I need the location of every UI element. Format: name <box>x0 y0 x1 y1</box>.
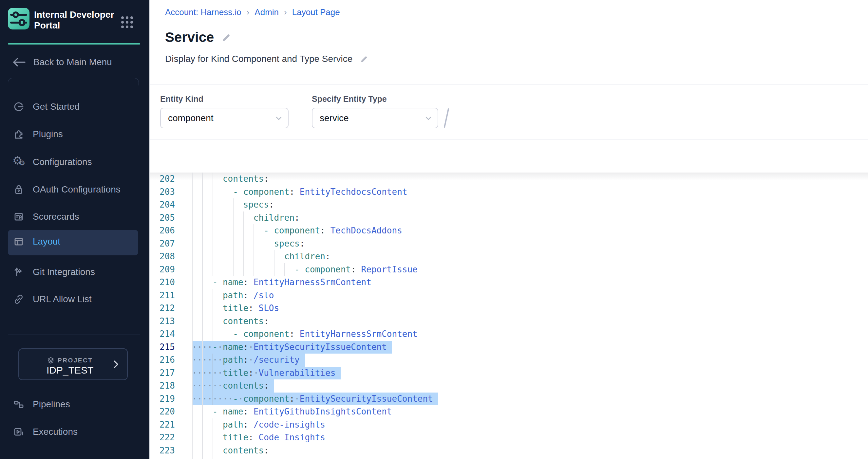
line-number[interactable]: 209 <box>151 263 175 276</box>
back-arrow-icon <box>12 58 26 67</box>
code-line[interactable]: 214 - component: EntityHarnessSrmContent <box>150 328 868 341</box>
line-number[interactable]: 204 <box>151 198 175 211</box>
sidebar-item-label: Layout <box>33 236 60 247</box>
page-title: Service <box>165 29 214 45</box>
entity-kind-select[interactable]: component <box>160 108 288 128</box>
code-line[interactable]: 223 contents: <box>150 444 868 457</box>
entity-type-value: service <box>320 113 349 124</box>
sidebar-item-executions[interactable]: Executions <box>13 425 78 438</box>
line-number[interactable]: 217 <box>151 367 175 380</box>
get-started-icon <box>13 101 24 112</box>
code-line-text: ····-·name:·EntitySecurityIssueContent <box>192 341 387 354</box>
project-name: IDP_TEST <box>46 365 93 376</box>
line-number[interactable]: 221 <box>151 418 175 431</box>
code-line-text: - component: ReportIssue <box>192 263 417 276</box>
line-number[interactable]: 210 <box>151 276 175 289</box>
sidebar-item-label: Executions <box>33 427 78 437</box>
sidebar-item-git-integrations[interactable]: Git Integrations <box>13 265 95 278</box>
code-line[interactable]: 209 - component: ReportIssue <box>150 263 868 276</box>
section-divider <box>150 84 868 85</box>
page-subtitle: Display for Kind Component and Type Serv… <box>165 54 352 64</box>
code-line[interactable]: 204 specs: <box>150 198 868 211</box>
yaml-code-editor[interactable]: 202 contents:203 - component: EntityTech… <box>150 0 868 459</box>
line-number[interactable]: 208 <box>151 250 175 263</box>
line-number[interactable]: 212 <box>151 302 175 315</box>
edit-title-pencil-icon[interactable] <box>221 33 230 42</box>
breadcrumb-admin-link[interactable]: Admin <box>254 7 279 18</box>
line-number[interactable]: 216 <box>151 354 175 367</box>
code-line[interactable]: 224 - component: EntityGithubInsightsCon… <box>150 457 868 459</box>
sidebar-item-scorecards[interactable]: Scorecards <box>13 210 79 223</box>
code-line-text: contents: <box>192 172 269 186</box>
sidebar-item-layout[interactable]: Layout <box>8 230 138 255</box>
app-title: Internal Developer Portal <box>34 9 114 31</box>
breadcrumb-layout-page-link[interactable]: Layout Page <box>292 7 340 18</box>
code-line[interactable]: 206 - component: TechDocsAddons <box>150 224 868 237</box>
code-line[interactable]: 215····-·name:·EntitySecurityIssueConten… <box>150 341 868 354</box>
breadcrumb-separator-icon: › <box>284 7 287 18</box>
line-number[interactable]: 207 <box>151 237 175 251</box>
code-line[interactable]: 211 path: /slo <box>150 289 868 302</box>
sidebar-item-pipelines[interactable]: Pipelines <box>13 398 70 411</box>
line-number[interactable]: 206 <box>151 224 175 237</box>
code-line[interactable]: 220 - name: EntityGithubInsightsContent <box>150 405 868 418</box>
code-line[interactable]: 219········-·component:·EntitySecurityIs… <box>150 393 868 406</box>
code-line-text: ······contents: <box>192 380 269 393</box>
section-divider <box>150 139 868 139</box>
sidebar-item-get-started[interactable]: Get Started <box>13 100 80 113</box>
line-number[interactable]: 222 <box>151 431 175 444</box>
edit-subtitle-pencil-icon[interactable] <box>360 55 368 63</box>
breadcrumb-account-link[interactable]: Account: Harness.io <box>165 7 241 18</box>
code-line[interactable]: 221 path: /code-insights <box>150 418 868 431</box>
line-number[interactable]: 218 <box>151 380 175 393</box>
line-number[interactable]: 205 <box>151 211 175 225</box>
project-selector[interactable]: PROJECT IDP_TEST <box>18 348 128 380</box>
entity-type-select[interactable]: service <box>312 108 438 128</box>
code-line[interactable]: 207 specs: <box>150 237 868 251</box>
code-line[interactable]: 210 - name: EntityHarnessSrmContent <box>150 276 868 289</box>
app-logo-icon[interactable] <box>8 8 29 29</box>
sidebar-item-label: OAuth Configurations <box>33 184 121 195</box>
line-number[interactable]: 211 <box>151 289 175 302</box>
breadcrumb-separator-icon: › <box>247 7 250 18</box>
code-line[interactable]: 205 children: <box>150 211 868 225</box>
line-number[interactable]: 202 <box>151 172 175 186</box>
code-line[interactable]: 213 contents: <box>150 315 868 328</box>
code-line[interactable]: 222 title: Code Insights <box>150 431 868 444</box>
chevron-down-icon <box>425 117 432 121</box>
code-line-text: specs: <box>192 198 274 211</box>
entity-kind-value: component <box>168 113 214 124</box>
sidebar-item-configurations[interactable]: ⚙⚙ Configurations <box>13 156 92 169</box>
chevron-down-icon <box>276 117 282 121</box>
sidebar-item-oauth-configurations[interactable]: OAuth Configurations <box>13 183 121 196</box>
code-line[interactable]: 216······path:·/security <box>150 354 868 367</box>
line-number[interactable]: 223 <box>151 444 175 457</box>
back-to-main-menu[interactable]: Back to Main Menu <box>12 55 112 69</box>
line-number[interactable]: 219 <box>151 393 175 406</box>
scorecards-icon <box>13 211 24 222</box>
code-line-text: ········-·component:·EntitySecurityIssue… <box>192 393 433 406</box>
sidebar-item-url-allow-list[interactable]: URL Allow List <box>13 293 91 306</box>
apps-grid-icon[interactable] <box>121 17 134 29</box>
line-number[interactable]: 203 <box>151 186 175 199</box>
line-number[interactable]: 213 <box>151 315 175 328</box>
sidebar-item-plugins[interactable]: Plugins <box>13 128 63 141</box>
code-line[interactable]: 208 children: <box>150 250 868 263</box>
kind-type-slash-separator <box>443 108 450 128</box>
code-line-text: - name: EntityGithubInsightsContent <box>192 405 392 418</box>
code-line[interactable]: 217······title:·Vulnerabilities <box>150 367 868 380</box>
line-number[interactable]: 215 <box>151 341 175 354</box>
code-line-text: ······path:·/security <box>192 354 300 367</box>
code-line[interactable]: 212 title: SLOs <box>150 302 868 315</box>
code-line[interactable]: 218······contents: <box>150 380 868 393</box>
line-number[interactable]: 214 <box>151 328 175 341</box>
line-number[interactable]: 224 <box>151 457 175 459</box>
code-line-text: - component: TechDocsAddons <box>192 224 402 237</box>
code-line[interactable]: 203 - component: EntityTechdocsContent <box>150 186 868 199</box>
chevron-right-icon <box>113 360 119 369</box>
line-number[interactable]: 220 <box>151 405 175 418</box>
code-line[interactable]: 202 contents: <box>150 172 868 186</box>
sidebar-item-label: Get Started <box>33 101 80 112</box>
code-line-text: title: Code Insights <box>192 431 325 444</box>
breadcrumb: Account: Harness.io › Admin › Layout Pag… <box>165 7 340 18</box>
